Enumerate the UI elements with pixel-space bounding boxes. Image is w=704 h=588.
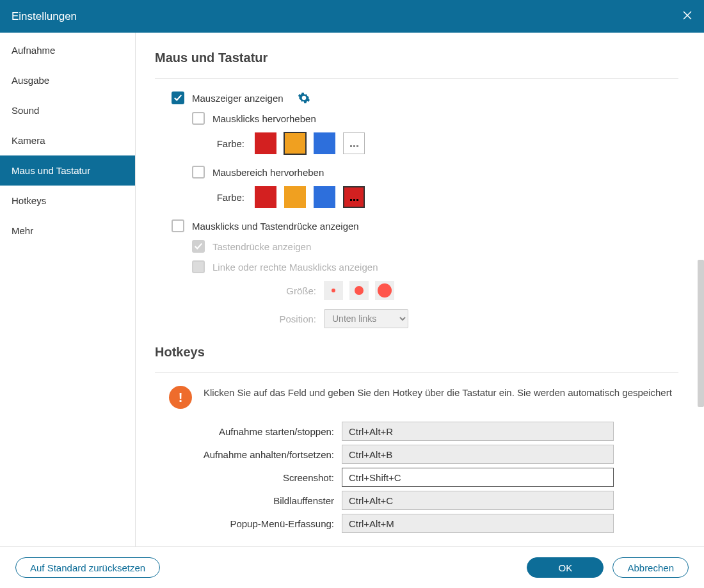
hk-input-screenshot[interactable]	[342, 468, 614, 487]
sidebar-item-ausgabe[interactable]: Ausgabe	[0, 65, 135, 95]
color-swatch-red-2[interactable]	[255, 186, 276, 208]
color-swatch-blue-2[interactable]	[314, 186, 335, 208]
sidebar-item-kamera[interactable]: Kamera	[0, 125, 135, 155]
hk-input-scrollwin[interactable]	[342, 491, 614, 510]
checkbox-show-keystrokes	[192, 240, 205, 253]
hk-label-popup: Popup-Menü-Erfassung:	[155, 518, 342, 529]
label-show-lr-clicks: Linke oder rechte Mausklicks anzeigen	[212, 262, 378, 273]
size-medium[interactable]	[349, 281, 369, 300]
ok-button[interactable]: OK	[527, 557, 604, 578]
label-highlight-area: Mausbereich hervorheben	[212, 167, 324, 178]
hotkeys-info-text: Klicken Sie auf das Feld und geben Sie d…	[204, 386, 672, 399]
color-swatch-red[interactable]	[255, 132, 276, 154]
cancel-button[interactable]: Abbrechen	[612, 557, 689, 578]
close-icon[interactable]	[682, 9, 692, 24]
sidebar-item-aufnahme[interactable]: Aufnahme	[0, 35, 135, 65]
hk-input-record[interactable]	[342, 422, 614, 441]
sidebar: Aufnahme Ausgabe Sound Kamera Maus und T…	[0, 33, 136, 546]
divider	[155, 78, 678, 79]
hk-input-pause[interactable]	[342, 445, 614, 464]
sidebar-item-hotkeys[interactable]: Hotkeys	[0, 186, 135, 216]
position-select[interactable]: Unten links	[324, 309, 408, 328]
sidebar-item-sound[interactable]: Sound	[0, 95, 135, 125]
checkbox-highlight-clicks[interactable]	[192, 112, 205, 125]
hk-label-record: Aufnahme starten/stoppen:	[155, 426, 342, 437]
color-swatch-blue[interactable]	[314, 132, 335, 154]
color-swatch-orange-2[interactable]	[284, 186, 306, 208]
content-pane: Maus und Tastatur Mauszeiger anzeigen	[136, 33, 704, 546]
section-title-hotkeys: Hotkeys	[155, 345, 678, 360]
label-show-clicks-keys: Mausklicks und Tastendrücke anzeigen	[192, 221, 359, 232]
size-large[interactable]	[375, 281, 394, 300]
sidebar-item-maus-und-tastatur[interactable]: Maus und Tastatur	[0, 155, 135, 186]
hk-label-scrollwin: Bildlauffenster	[155, 495, 342, 506]
titlebar: Einstellungen	[0, 0, 704, 33]
label-size: Größe:	[192, 285, 316, 296]
reset-button[interactable]: Auf Standard zurücksetzen	[15, 557, 160, 578]
window-title: Einstellungen	[12, 10, 77, 23]
section-title-mouse: Maus und Tastatur	[155, 51, 678, 65]
checkbox-show-cursor[interactable]	[172, 91, 184, 104]
hk-label-pause: Aufnahme anhalten/fortsetzen:	[155, 449, 342, 460]
label-color1: Farbe:	[212, 138, 244, 149]
color-swatch-orange[interactable]	[284, 132, 306, 154]
checkbox-show-clicks-keys[interactable]	[172, 219, 184, 232]
checkbox-show-lr-clicks	[192, 260, 205, 273]
checkbox-highlight-area[interactable]	[192, 166, 205, 179]
sidebar-item-mehr[interactable]: Mehr	[0, 216, 135, 246]
label-highlight-clicks: Mausklicks hervorheben	[212, 113, 316, 124]
color-swatch-more-2[interactable]	[343, 186, 365, 208]
color-swatch-more[interactable]	[343, 132, 365, 154]
scrollbar[interactable]	[698, 260, 704, 407]
info-icon: !	[169, 386, 192, 409]
label-color2: Farbe:	[212, 192, 244, 203]
footer: Auf Standard zurücksetzen OK Abbrechen	[0, 546, 704, 588]
gear-icon[interactable]	[298, 91, 310, 104]
size-small[interactable]	[324, 281, 343, 300]
label-show-cursor: Mauszeiger anzeigen	[192, 93, 284, 104]
label-show-keystrokes: Tastendrücke anzeigen	[212, 241, 311, 252]
hk-input-popup[interactable]	[342, 514, 614, 533]
hk-label-screenshot: Screenshot:	[155, 472, 342, 483]
label-position: Position:	[192, 314, 316, 324]
divider	[155, 372, 678, 373]
